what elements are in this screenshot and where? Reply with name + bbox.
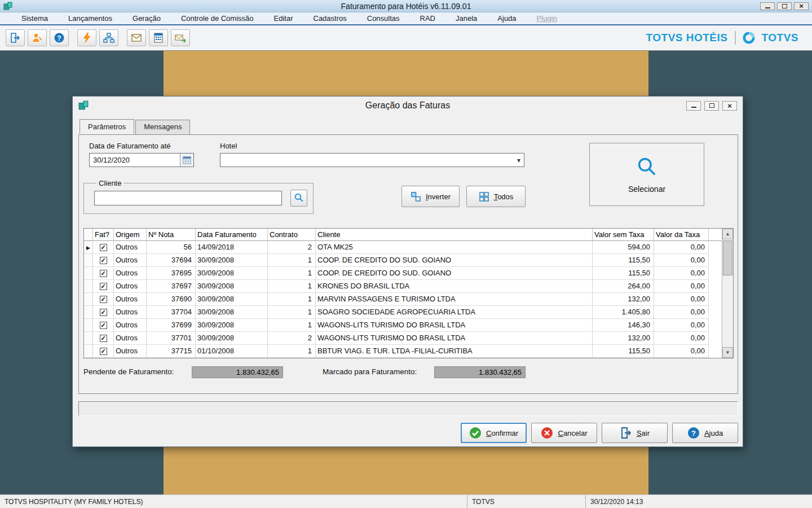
fat-checkbox[interactable] <box>100 322 107 329</box>
user-permissions-icon[interactable] <box>28 29 47 46</box>
valor-da-taxa-cell: 0,00 <box>654 241 709 254</box>
table-row[interactable]: Outros5614/09/20182OTA MK25594,000,00 <box>84 241 722 254</box>
fat-cell <box>93 306 114 319</box>
col-data-faturamento[interactable]: Data Faturamento <box>196 229 268 240</box>
data-faturamento-cell: 30/09/2008 <box>196 280 268 293</box>
dialog-titlebar: Geração das Faturas <box>73 97 743 115</box>
dialog-geracao-faturas: Geração das Faturas ParâmetrosMensagens … <box>72 96 743 447</box>
parametros-panel: Data de Faturamento até 30/12/2020 Hotel… <box>78 134 738 394</box>
mail-icon[interactable] <box>127 29 146 46</box>
ajuda-button[interactable]: ? Ajuda <box>672 423 738 443</box>
table-row[interactable]: Outros3770130/09/20082WAGONS-LITS TURISM… <box>84 332 722 345</box>
table-row[interactable]: Outros3769430/09/20081COOP. DE CREDITO D… <box>84 254 722 267</box>
filler-cell <box>709 241 722 254</box>
fat-cell <box>93 293 114 306</box>
scrollbar-track[interactable] <box>722 239 733 347</box>
dialog-close-button[interactable] <box>722 101 737 111</box>
table-row[interactable]: Outros3769930/09/20081WAGONS-LITS TURISM… <box>84 319 722 332</box>
close-button[interactable] <box>794 2 809 10</box>
table-row[interactable]: Outros3769730/09/20081KRONES DO BRASIL L… <box>84 280 722 293</box>
col-valor-sem-taxa[interactable]: Valor sem Taxa <box>593 229 654 240</box>
cliente-input[interactable] <box>94 191 282 205</box>
valor-da-taxa-cell: 0,00 <box>654 345 709 358</box>
restore-button[interactable] <box>777 2 792 10</box>
col-origem[interactable]: Origem <box>114 229 147 240</box>
fat-checkbox[interactable] <box>100 244 107 251</box>
table-row[interactable]: Outros3769030/09/20081MARVIN PASSAGENS E… <box>84 293 722 306</box>
statusbar-right: 30/12/2020 14:13 <box>585 495 812 508</box>
row-selector <box>84 267 93 280</box>
menu-item-rad[interactable]: RAD <box>410 12 445 24</box>
menu-item-editar[interactable]: Editar <box>264 12 303 24</box>
table-row[interactable]: Outros3769530/09/20081COOP. DE CREDITO D… <box>84 267 722 280</box>
minimize-button[interactable] <box>760 2 775 10</box>
table-row[interactable]: Outros3770430/09/20081SOAGRO SOCIEDADE A… <box>84 306 722 319</box>
menu-item-controle-de-comiss-o[interactable]: Controle de Comissão <box>171 12 264 24</box>
help-icon[interactable]: ? <box>50 29 69 46</box>
menu-item-gera-o[interactable]: Geração <box>122 12 171 24</box>
menu-item-consultas[interactable]: Consultas <box>357 12 410 24</box>
valor-da-taxa-cell: 0,00 <box>654 293 709 306</box>
fat-cell <box>93 345 114 358</box>
restore-icon <box>782 4 787 8</box>
fat-checkbox[interactable] <box>100 257 107 264</box>
dialog-status-inset <box>78 401 738 416</box>
calendar-icon[interactable] <box>180 154 193 167</box>
valor-sem-taxa-cell: 115,50 <box>593 267 654 280</box>
dialog-controls <box>686 101 737 111</box>
col-nota[interactable]: Nº Nota <box>147 229 196 240</box>
todos-button[interactable]: Todos <box>466 186 526 207</box>
sair-button[interactable]: Sair <box>602 423 668 443</box>
hotel-select[interactable] <box>220 153 524 167</box>
cliente-search-button[interactable] <box>290 190 307 207</box>
cliente-cell: WAGONS-LITS TURISMO DO BRASIL LTDA <box>316 319 593 332</box>
valor-da-taxa-cell: 0,00 <box>654 319 709 332</box>
inverter-button[interactable]: Inverter <box>401 186 460 207</box>
valor-da-taxa-cell: 0,00 <box>654 280 709 293</box>
filler-cell <box>709 345 722 358</box>
row-selector <box>84 293 93 306</box>
chevron-down-icon[interactable] <box>514 154 524 167</box>
menu-item-sistema[interactable]: Sistema <box>11 12 58 24</box>
valor-sem-taxa-cell: 115,50 <box>593 345 654 358</box>
selecionar-button[interactable]: Selecionar <box>589 143 704 206</box>
scroll-down-button[interactable] <box>722 347 733 358</box>
confirmar-button[interactable]: Confirmar <box>461 423 527 443</box>
brand-area: TOTVS HOTÉIS TOTVS <box>646 31 806 45</box>
grid-scrollbar[interactable] <box>722 229 733 358</box>
cliente-cell: BBTUR VIAG. E TUR. LTDA -FILIAL-CURITIBA <box>316 345 593 358</box>
menu-item-cadastros[interactable]: Cadastros <box>303 12 357 24</box>
valor-sem-taxa-cell: 264,00 <box>593 280 654 293</box>
cancelar-button[interactable]: Cancelar <box>531 423 597 443</box>
send-mail-icon[interactable] <box>171 29 190 46</box>
col-fat[interactable]: Fat? <box>93 229 114 240</box>
lightning-icon[interactable] <box>77 29 96 46</box>
date-input[interactable]: 30/12/2020 <box>89 153 194 167</box>
col-cliente[interactable]: Cliente <box>316 229 593 240</box>
menu-item-plugin[interactable]: Plugin <box>527 12 567 24</box>
menu-item-janela[interactable]: Janela <box>445 12 487 24</box>
billing-grid-icon[interactable] <box>149 29 168 46</box>
fat-checkbox[interactable] <box>100 348 107 355</box>
dialog-maximize-button[interactable] <box>704 101 719 111</box>
col-contrato[interactable]: Contrato <box>268 229 316 240</box>
fat-checkbox[interactable] <box>100 270 107 277</box>
table-row[interactable]: Outros3771501/10/20081BBTUR VIAG. E TUR.… <box>84 345 722 358</box>
org-chart-icon[interactable] <box>99 29 118 46</box>
col-valor-da-taxa[interactable]: Valor da Taxa <box>654 229 709 240</box>
fat-checkbox[interactable] <box>100 309 107 316</box>
contrato-cell: 1 <box>268 254 316 267</box>
menu-item-ajuda[interactable]: Ajuda <box>487 12 526 24</box>
fat-checkbox[interactable] <box>100 283 107 290</box>
exit-icon[interactable] <box>6 29 25 46</box>
col-selector <box>84 229 93 240</box>
fat-checkbox[interactable] <box>100 296 107 303</box>
tab-par-metros[interactable]: Parâmetros <box>80 119 134 134</box>
menu-item-lan-amentos[interactable]: Lançamentos <box>58 12 122 24</box>
fat-checkbox[interactable] <box>100 335 107 342</box>
tab-mensagens[interactable]: Mensagens <box>135 120 190 134</box>
dialog-title: Geração das Faturas <box>73 100 743 111</box>
dialog-minimize-button[interactable] <box>686 101 701 111</box>
scrollbar-thumb[interactable] <box>723 240 732 275</box>
scroll-up-button[interactable] <box>722 229 733 239</box>
